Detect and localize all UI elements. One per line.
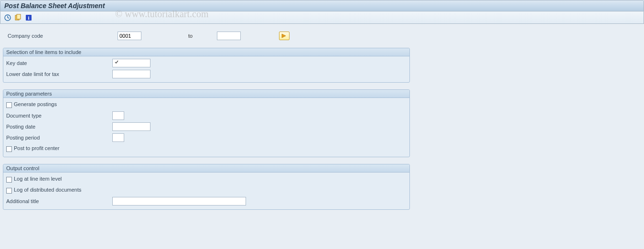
lower-date-label: Lower date limit for tax (3, 71, 112, 77)
posting-date-label: Posting date (3, 124, 112, 130)
posting-period-input[interactable] (112, 133, 124, 142)
company-code-to-input[interactable] (217, 32, 241, 40)
output-control-group: Output control Log at line item level Lo… (3, 164, 410, 210)
info-icon[interactable]: i (24, 13, 33, 22)
post-to-profit-center-row: Post to profit center (3, 145, 112, 152)
page-title-bar: Post Balance Sheet Adjustment (0, 0, 644, 11)
company-code-row: Company code to (3, 31, 641, 41)
company-code-input[interactable] (118, 32, 141, 40)
log-line-item-row: Log at line item level (3, 176, 112, 182)
log-line-item-checkbox[interactable] (6, 177, 12, 183)
page-title: Post Balance Sheet Adjustment (4, 2, 105, 10)
to-label: to (188, 33, 217, 39)
document-type-label: Document type (3, 113, 112, 119)
log-distributed-label: Log of distributed documents (14, 187, 81, 193)
svg-rect-4 (17, 14, 21, 19)
document-type-input[interactable] (112, 111, 124, 120)
variants-icon[interactable] (14, 13, 22, 22)
post-to-profit-center-label: Post to profit center (14, 145, 59, 151)
selection-group-header: Selection of line items to include (3, 48, 409, 56)
execute-icon[interactable] (3, 13, 12, 22)
key-date-input[interactable] (112, 59, 150, 67)
output-control-header: Output control (3, 164, 409, 173)
lower-date-input[interactable] (112, 70, 150, 78)
additional-title-label: Additional title (3, 198, 112, 204)
generate-postings-row: Generate postings (3, 101, 112, 108)
posting-parameters-group: Posting parameters Generate postings Doc… (3, 89, 410, 157)
content-area: Company code to Selection of line items … (0, 24, 644, 220)
additional-title-input[interactable] (112, 197, 246, 206)
log-line-item-label: Log at line item level (14, 176, 62, 182)
generate-postings-label: Generate postings (14, 101, 57, 107)
selection-group: Selection of line items to include Key d… (3, 48, 410, 83)
posting-parameters-header: Posting parameters (3, 90, 409, 98)
svg-text:i: i (28, 15, 29, 21)
log-distributed-checkbox[interactable] (6, 188, 12, 194)
svg-line-2 (8, 18, 9, 18)
log-distributed-row: Log of distributed documents (3, 187, 112, 193)
application-toolbar: i © www.tutorialkart.com (0, 11, 644, 24)
generate-postings-checkbox[interactable] (6, 102, 12, 108)
post-to-profit-center-checkbox[interactable] (6, 146, 12, 152)
posting-date-input[interactable] (112, 122, 150, 131)
company-code-label: Company code (3, 33, 118, 39)
multiple-selection-button[interactable] (279, 32, 290, 40)
posting-period-label: Posting period (3, 135, 112, 141)
key-date-label: Key date (3, 60, 112, 66)
